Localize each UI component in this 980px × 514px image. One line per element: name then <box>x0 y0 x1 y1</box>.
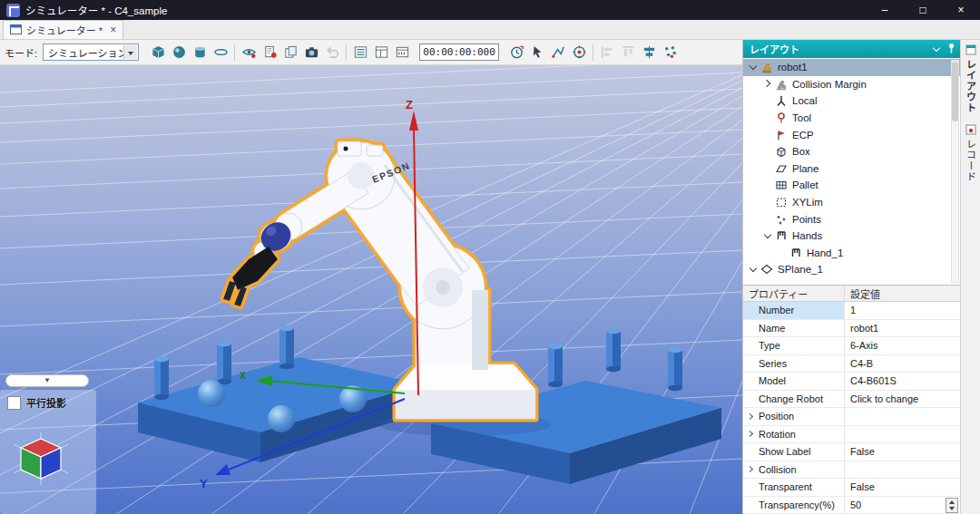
tree-item-hands[interactable]: Hands <box>743 228 960 245</box>
property-name-cell[interactable]: Type <box>743 337 845 354</box>
copy-icon[interactable] <box>280 43 300 63</box>
chevron-down-icon[interactable] <box>749 63 759 73</box>
tree-item-hand-1[interactable]: Hand_1 <box>743 245 960 262</box>
property-row-show-label[interactable]: Show LabelFalse <box>743 443 960 461</box>
clock-reset-icon[interactable] <box>506 43 526 63</box>
view-orientation-cube[interactable] <box>13 432 71 490</box>
disc-icon[interactable] <box>211 43 230 63</box>
property-name-cell[interactable]: Name <box>743 320 845 337</box>
property-value-cell[interactable]: Click to change <box>845 391 960 408</box>
tree-item-label: Collision Margin <box>792 79 867 90</box>
tab-simulator[interactable]: シミュレーター * × <box>3 20 123 39</box>
property-value-cell[interactable]: C4-B <box>845 355 960 373</box>
property-row-position[interactable]: Position <box>743 408 960 426</box>
align-center-icon[interactable] <box>639 43 659 63</box>
side-tab-layout-icon <box>965 44 976 55</box>
property-row-number[interactable]: Number1 <box>743 302 960 320</box>
axis-x-label: X <box>240 371 246 381</box>
property-row-series[interactable]: SeriesC4-B <box>743 355 960 373</box>
tree-item-collision-margin[interactable]: Collision Margin <box>743 76 960 93</box>
mode-select[interactable]: シミュレーション <box>43 44 139 61</box>
tree-item-xylim[interactable]: XYLim <box>743 194 960 211</box>
property-value-cell[interactable] <box>845 426 960 443</box>
property-name-cell[interactable]: Change Robot <box>743 391 845 408</box>
close-button[interactable]: × <box>942 0 980 20</box>
pointer-clock-icon[interactable] <box>527 43 547 63</box>
property-value-cell[interactable]: False <box>845 479 960 496</box>
property-row-transparent[interactable]: TransparentFalse <box>743 479 960 497</box>
property-row-model[interactable]: ModelC4-B601S <box>743 373 960 391</box>
property-value-cell[interactable]: 6-Axis <box>845 337 960 354</box>
property-name-cell[interactable]: Transparency(%) <box>743 497 845 514</box>
property-value-cell[interactable] <box>845 408 960 425</box>
timeline-icon[interactable] <box>392 43 412 63</box>
side-tab-record[interactable]: レコード <box>964 124 978 182</box>
property-value-cell[interactable]: 50 <box>845 497 960 514</box>
undo-icon[interactable] <box>322 43 342 63</box>
list-icon[interactable] <box>350 43 370 63</box>
robot-icon <box>760 61 774 73</box>
tab-close-icon[interactable]: × <box>110 24 116 36</box>
camera-icon[interactable] <box>301 43 321 63</box>
shaded-sphere-icon[interactable] <box>169 43 189 63</box>
panel-chevron-down-icon[interactable] <box>933 45 941 53</box>
minimize-button[interactable]: – <box>866 0 904 20</box>
property-name-cell[interactable]: Series <box>743 355 845 373</box>
side-tab-layout[interactable]: レイアウト <box>964 44 978 113</box>
chevron-down-icon[interactable] <box>749 265 759 275</box>
property-name-cell[interactable]: Rotation <box>743 426 845 443</box>
property-name-cell[interactable]: Position <box>743 408 845 425</box>
property-row-change-robot[interactable]: Change RobotClick to change <box>743 391 960 409</box>
tree-item-plane[interactable]: Plane <box>743 160 960 178</box>
property-value-cell[interactable]: C4-B601S <box>845 373 960 390</box>
chevron-right-icon[interactable] <box>763 79 773 89</box>
tree-item-ecp[interactable]: ECP <box>743 126 960 143</box>
scene-canvas[interactable]: EPSON X Y Z <box>0 65 742 514</box>
panel-grid-icon[interactable] <box>371 43 391 63</box>
chevron-right-icon[interactable] <box>747 412 753 419</box>
tree-item-local[interactable]: Local <box>743 92 960 110</box>
tree-item-splane-1[interactable]: SPlane_1 <box>743 261 960 278</box>
property-value-cell[interactable]: False <box>845 443 960 461</box>
property-name-cell[interactable]: Show Label <box>743 443 845 461</box>
maximize-button[interactable]: □ <box>904 0 942 20</box>
align-top-icon[interactable] <box>618 43 638 63</box>
tree-item-points[interactable]: Points <box>743 210 960 228</box>
box-icon <box>775 145 789 158</box>
tree-scrollbar-thumb[interactable] <box>952 62 958 121</box>
property-value-cell[interactable] <box>845 461 960 479</box>
property-name-cell[interactable]: Model <box>743 373 845 390</box>
property-row-transparency[interactable]: Transparency(%)50 <box>743 497 960 514</box>
chevron-right-icon[interactable] <box>747 466 753 472</box>
property-name-cell[interactable]: Number <box>743 302 845 319</box>
tree-item-tool[interactable]: Tool <box>743 110 960 127</box>
solid-box-icon[interactable] <box>148 43 168 63</box>
tree-item-pallet[interactable]: Pallet <box>743 177 960 194</box>
panel-pin-icon[interactable] <box>946 43 956 55</box>
value-spinner[interactable] <box>946 498 958 513</box>
property-row-rotation[interactable]: Rotation <box>743 426 960 444</box>
viewport-3d[interactable]: EPSON X Y Z <box>0 65 742 514</box>
align-left-icon[interactable] <box>597 43 617 63</box>
tree-item-robot1[interactable]: robot1 <box>743 59 960 76</box>
property-name-cell[interactable]: Collision <box>743 461 845 479</box>
record-target-icon[interactable] <box>569 43 589 63</box>
property-value-cell[interactable]: robot1 <box>845 320 960 337</box>
property-value-cell[interactable]: 1 <box>845 302 960 319</box>
scatter-icon[interactable] <box>660 43 680 63</box>
flag-icon[interactable] <box>260 43 279 63</box>
tree-item-box[interactable]: Box <box>743 143 960 160</box>
trace-path-icon[interactable] <box>548 43 568 63</box>
overlay-collapse-button[interactable]: ▼ <box>5 374 89 387</box>
visibility-icon[interactable] <box>239 43 259 63</box>
tree-item-label: Points <box>792 214 821 225</box>
property-row-type[interactable]: Type6-Axis <box>743 337 960 355</box>
cylinder-icon[interactable] <box>190 43 210 63</box>
parallel-projection-checkbox[interactable] <box>7 396 21 410</box>
property-row-collision[interactable]: Collision <box>743 461 960 480</box>
property-row-name[interactable]: Namerobot1 <box>743 320 960 338</box>
tree-scrollbar[interactable] <box>951 60 959 283</box>
chevron-right-icon[interactable] <box>747 431 753 437</box>
chevron-down-icon[interactable] <box>763 231 773 241</box>
property-name-cell[interactable]: Transparent <box>743 479 845 496</box>
